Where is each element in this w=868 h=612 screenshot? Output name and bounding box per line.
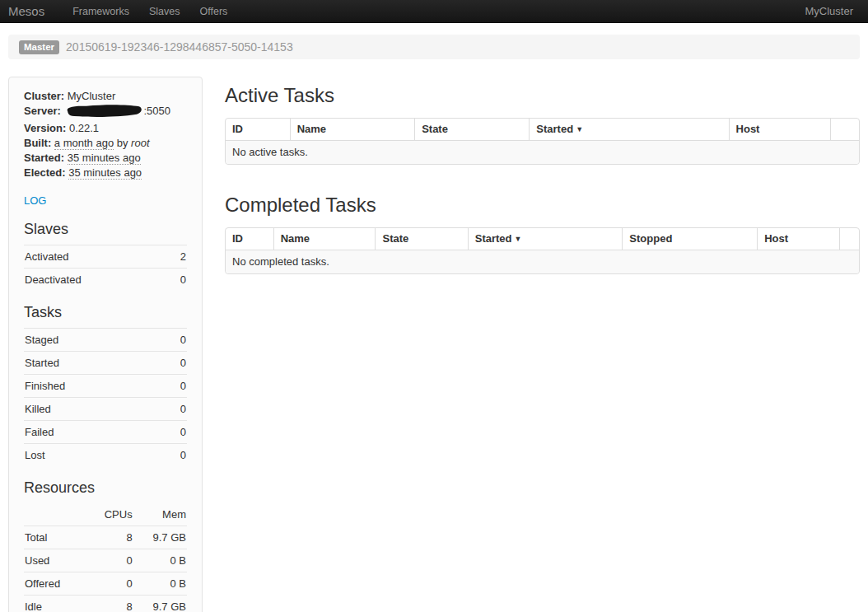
- started-info-line: Started: 35 minutes ago: [24, 151, 187, 166]
- active-tasks-title: Active Tasks: [225, 83, 860, 108]
- column-header-started-label: Started: [475, 232, 512, 245]
- server-port: :5050: [143, 105, 170, 117]
- table-row: Failed 0: [24, 421, 187, 444]
- column-header-name[interactable]: Name: [273, 228, 376, 250]
- stat-label: Killed: [24, 398, 162, 421]
- cluster-info-line: Cluster: MyCluster: [24, 89, 187, 104]
- sort-desc-icon: ▼: [576, 125, 583, 133]
- brand-link-mesos[interactable]: Mesos: [8, 4, 44, 18]
- table-row: CPUs Mem: [24, 503, 187, 526]
- built-by-word: by: [117, 137, 128, 149]
- stat-value: 0 B: [133, 572, 187, 596]
- nav-item-offers[interactable]: Offers: [189, 0, 237, 23]
- column-header-host[interactable]: Host: [729, 119, 831, 141]
- breadcrumb: Master 20150619-192346-1298446857-5050-1…: [8, 35, 860, 59]
- stat-label: Total: [24, 526, 89, 549]
- stat-value: 0: [162, 444, 187, 467]
- started-value: 35 minutes ago: [68, 152, 141, 165]
- slaves-stats-table: Activated 2 Deactivated 0: [24, 245, 187, 291]
- server-info-line: Server: :5050: [24, 104, 187, 121]
- built-value: a month ago: [54, 137, 114, 150]
- stat-value: 2: [168, 245, 187, 269]
- stat-value: 0: [89, 572, 133, 596]
- stat-value: 8: [89, 526, 133, 549]
- stat-label: Finished: [24, 375, 162, 398]
- built-user: root: [131, 137, 149, 149]
- stat-value: 0: [162, 421, 187, 444]
- empty-state-row: No active tasks.: [226, 141, 859, 164]
- elected-value: 35 minutes ago: [68, 166, 142, 180]
- elected-label: Elected:: [24, 166, 66, 179]
- stat-value: 0: [162, 375, 187, 398]
- slaves-section-title: Slaves: [24, 220, 187, 238]
- column-header-name[interactable]: Name: [290, 119, 414, 141]
- completed-tasks-title: Completed Tasks: [225, 193, 860, 217]
- completed-tasks-table: ID Name State Started▼ Stopped Host No c…: [225, 227, 860, 274]
- column-header-host[interactable]: Host: [757, 228, 839, 250]
- redacted-server-address: [63, 103, 143, 122]
- column-header-id[interactable]: ID: [226, 119, 290, 141]
- resources-mem-header: Mem: [133, 503, 187, 526]
- stat-label: Failed: [24, 421, 162, 444]
- log-link[interactable]: LOG: [24, 194, 46, 207]
- stat-value: 0: [168, 269, 187, 292]
- table-row: Staged 0: [24, 329, 187, 352]
- column-header-state[interactable]: State: [375, 228, 467, 250]
- table-row: Total 8 9.7 GB: [24, 526, 187, 549]
- column-header-state[interactable]: State: [414, 119, 529, 141]
- elected-info-line: Elected: 35 minutes ago: [24, 166, 187, 180]
- resources-empty-header: [24, 503, 89, 526]
- column-header-stopped[interactable]: Stopped: [622, 228, 757, 250]
- table-row: Used 0 0 B: [24, 549, 187, 572]
- resources-section-title: Resources: [24, 479, 187, 497]
- stat-value: 0: [162, 329, 187, 352]
- stat-label: Used: [24, 549, 89, 572]
- sidebar-panel: Cluster: MyCluster Server: :5050 Version…: [8, 77, 203, 612]
- table-header-row: ID Name State Started▼ Host: [226, 119, 859, 141]
- stat-value: 0: [162, 398, 187, 421]
- table-row: Idle 8 9.7 GB: [24, 596, 187, 612]
- main-content: Active Tasks ID Name State Started▼ Host…: [225, 77, 860, 274]
- server-label: Server:: [24, 105, 61, 117]
- tasks-section-title: Tasks: [24, 303, 187, 321]
- resources-cpus-header: CPUs: [89, 503, 133, 526]
- table-row: Killed 0: [24, 398, 187, 421]
- version-value: 0.22.1: [69, 122, 99, 134]
- stat-label: Deactivated: [24, 269, 168, 292]
- table-row: Activated 2: [24, 245, 187, 269]
- table-row: Deactivated 0: [24, 269, 187, 292]
- column-header-id[interactable]: ID: [226, 228, 273, 250]
- stat-value: 8: [89, 596, 133, 612]
- built-label: Built:: [24, 137, 51, 149]
- empty-state-message: No completed tasks.: [226, 250, 859, 273]
- nav-item-frameworks[interactable]: Frameworks: [63, 0, 139, 23]
- sort-desc-icon: ▼: [515, 235, 522, 243]
- stat-value: 9.7 GB: [133, 596, 187, 612]
- stat-label: Activated: [24, 245, 168, 269]
- version-label: Version:: [24, 122, 66, 134]
- column-header-started[interactable]: Started▼: [529, 119, 728, 141]
- master-badge: Master: [19, 40, 59, 54]
- stat-label: Started: [24, 352, 162, 375]
- stat-label: Staged: [24, 329, 162, 352]
- version-info-line: Version: 0.22.1: [24, 121, 187, 136]
- cluster-value: MyCluster: [68, 90, 116, 102]
- stat-value: 0 B: [133, 549, 187, 572]
- column-header-extra: [839, 228, 859, 250]
- table-header-row: ID Name State Started▼ Stopped Host: [226, 228, 859, 250]
- built-info-line: Built: a month ago by root: [24, 136, 187, 151]
- empty-state-message: No active tasks.: [226, 141, 859, 164]
- nav-item-slaves[interactable]: Slaves: [139, 0, 190, 23]
- master-id-text: 20150619-192346-1298446857-5050-14153: [66, 40, 293, 54]
- top-navbar: Mesos Frameworks Slaves Offers MyCluster: [0, 0, 868, 23]
- resources-table: CPUs Mem Total 8 9.7 GB Used 0 0 B Offer…: [24, 503, 187, 612]
- table-row: Started 0: [24, 352, 187, 375]
- column-header-started-label: Started: [536, 123, 573, 135]
- stat-value: 0: [162, 352, 187, 375]
- column-header-extra: [830, 119, 859, 141]
- stat-label: Idle: [24, 596, 89, 612]
- column-header-started[interactable]: Started▼: [468, 228, 623, 250]
- table-row: Offered 0 0 B: [24, 572, 187, 596]
- cluster-name-label: MyCluster: [805, 5, 853, 17]
- table-row: Finished 0: [24, 375, 187, 398]
